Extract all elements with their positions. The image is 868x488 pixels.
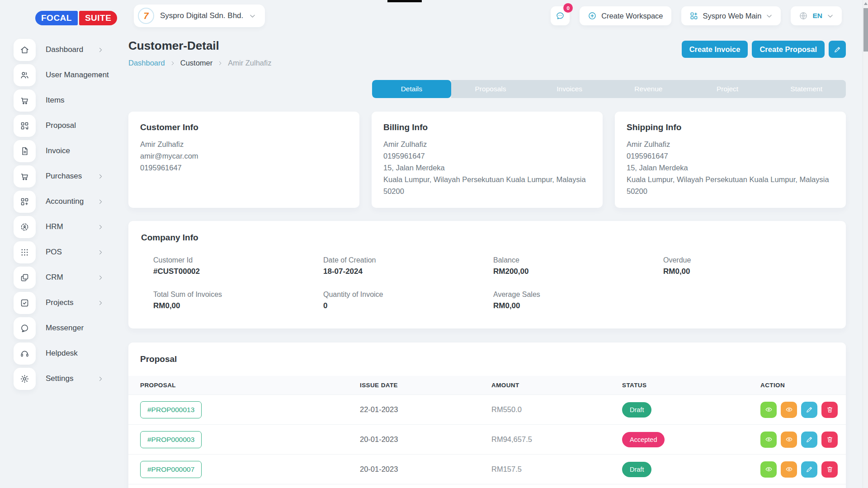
eye-action-button[interactable]	[760, 461, 777, 478]
messenger-button[interactable]: 0	[551, 6, 570, 25]
sidebar-item-label: Proposal	[46, 121, 76, 130]
row-actions	[760, 402, 846, 418]
sidebar-item-settings[interactable]: Settings	[0, 366, 128, 391]
gear-icon	[14, 368, 36, 390]
chat-icon	[14, 317, 36, 339]
workspace-name: Syspro Digital Sdn. Bhd.	[160, 11, 243, 20]
breadcrumb-separator-icon	[217, 61, 223, 66]
sidebar-item-label: Purchases	[46, 172, 82, 181]
column-header-amount: AMOUNT	[491, 376, 622, 395]
info-line: Amir Zulhafiz	[627, 138, 834, 150]
detail-tabs: DetailsProposalsInvoicesRevenueProjectSt…	[372, 80, 846, 98]
cart-icon	[14, 89, 36, 112]
screen-recording-strip	[387, 0, 422, 2]
chevron-right-icon	[98, 174, 104, 179]
scroll-up-arrow[interactable]	[864, 2, 868, 5]
proposal-table-body: #PROP00001322-01-2023RM550.0Draft#PROP00…	[128, 395, 846, 488]
breadcrumb: DashboardCustomerAmir Zulhafiz	[128, 59, 272, 67]
trash-action-button[interactable]	[821, 432, 838, 448]
chevron-right-icon	[98, 275, 104, 281]
sidebar-item-helpdesk[interactable]: Helpdesk	[0, 341, 128, 366]
amount-value: RM550.0	[491, 405, 522, 413]
field-value: RM200,00	[493, 267, 663, 276]
tab-details[interactable]: Details	[372, 80, 451, 98]
column-header-proposal: PROPOSAL	[128, 376, 360, 395]
plus-circle-icon	[588, 11, 597, 20]
shipping-info-card: Shipping InfoAmir Zulhafiz019596164715, …	[615, 112, 846, 208]
chevron-right-icon	[98, 47, 104, 53]
breadcrumb-item-dashboard[interactable]: Dashboard	[128, 59, 165, 67]
chevron-right-icon	[98, 199, 104, 205]
tab-statement[interactable]: Statement	[767, 80, 846, 98]
tab-invoices[interactable]: Invoices	[530, 80, 609, 98]
proposal-id-link[interactable]: #PROP000013	[140, 401, 202, 418]
users-icon	[14, 64, 36, 86]
create-invoice-button[interactable]: Create Invoice	[682, 41, 748, 58]
create-proposal-button[interactable]: Create Proposal	[752, 41, 825, 58]
tab-revenue[interactable]: Revenue	[609, 80, 688, 98]
pencil-action-button[interactable]	[801, 461, 817, 478]
qr-icon	[14, 115, 36, 137]
language-selector[interactable]: EN	[791, 6, 842, 25]
company-info-card: Company Info Customer Id#CUST00002Date o…	[128, 221, 846, 328]
field-value: 18-07-2024	[323, 267, 493, 276]
field-value: RM0,00	[153, 301, 323, 310]
eye-action-button[interactable]	[760, 402, 777, 418]
sidebar-nav: DashboardUser ManagementItemsProposalInv…	[0, 37, 128, 391]
trash-action-button[interactable]	[821, 461, 838, 478]
sidebar-item-pos[interactable]: POS	[0, 239, 128, 265]
sidebar-item-label: Accounting	[46, 197, 84, 206]
app-selector[interactable]: Syspro Web Main	[681, 6, 781, 25]
sidebar-item-label: POS	[46, 248, 62, 257]
eye-action-button[interactable]	[781, 432, 797, 448]
pencil-action-button[interactable]	[801, 402, 817, 418]
sidebar-item-dashboard[interactable]: Dashboard	[0, 37, 128, 62]
status-cell: Draft	[622, 395, 760, 425]
pencil-icon	[834, 46, 841, 53]
row-actions	[760, 432, 846, 448]
sidebar-item-user-management[interactable]: User Management	[0, 62, 128, 88]
proposal-id-cell: #PROP000003	[128, 425, 360, 455]
tab-proposals[interactable]: Proposals	[451, 80, 530, 98]
file-icon	[14, 140, 36, 162]
sidebar-item-items[interactable]: Items	[0, 88, 128, 113]
field-label: Average Sales	[493, 291, 663, 299]
workspace-selector[interactable]: 7 Syspro Digital Sdn. Bhd.	[134, 5, 265, 27]
breadcrumb-item-customer[interactable]: Customer	[180, 59, 213, 67]
layers-icon	[14, 267, 36, 289]
sidebar-item-accounting[interactable]: Accounting	[0, 189, 128, 214]
sidebar-item-projects[interactable]: Projects	[0, 290, 128, 315]
eye-action-button[interactable]	[760, 432, 777, 448]
globe-icon	[799, 11, 808, 20]
issue-date-cell: 20-01-2023	[360, 484, 491, 488]
proposal-id-link[interactable]: #PROP000003	[140, 431, 202, 448]
edit-customer-button[interactable]	[829, 41, 846, 58]
trash-action-button[interactable]	[821, 402, 838, 418]
action-cell	[760, 484, 846, 488]
sidebar-item-crm[interactable]: CRM	[0, 265, 128, 290]
proposal-card: Proposal PROPOSALISSUE DATEAMOUNTSTATUSA…	[128, 343, 846, 488]
dots-icon	[14, 241, 36, 263]
company-info-title: Company Info	[141, 233, 833, 243]
sidebar-item-proposal[interactable]: Proposal	[0, 113, 128, 138]
eye-action-button[interactable]	[781, 461, 797, 478]
sidebar-item-invoice[interactable]: Invoice	[0, 138, 128, 164]
scrollbar-thumb[interactable]	[863, 8, 868, 52]
status-badge: Draft	[622, 402, 651, 418]
cart-icon	[14, 165, 36, 188]
customer-info-card: Customer InfoAmir Zulhafizamir@mycar.com…	[128, 112, 359, 208]
create-workspace-button[interactable]: Create Workspace	[580, 6, 671, 25]
page-scrollbar[interactable]	[863, 0, 868, 488]
tab-project[interactable]: Project	[688, 80, 767, 98]
breadcrumb-item-amir-zulhafiz: Amir Zulhafiz	[228, 59, 271, 67]
info-cards: Customer InfoAmir Zulhafizamir@mycar.com…	[128, 112, 846, 208]
language-code: EN	[812, 12, 822, 20]
action-cell	[760, 395, 846, 425]
pencil-action-button[interactable]	[801, 432, 817, 448]
proposal-id-link[interactable]: #PROP000007	[140, 461, 202, 478]
field-label: Balance	[493, 256, 663, 264]
sidebar-item-purchases[interactable]: Purchases	[0, 164, 128, 189]
sidebar-item-hrm[interactable]: HRM	[0, 214, 128, 239]
eye-action-button[interactable]	[781, 402, 797, 418]
sidebar-item-messenger[interactable]: Messenger	[0, 315, 128, 341]
